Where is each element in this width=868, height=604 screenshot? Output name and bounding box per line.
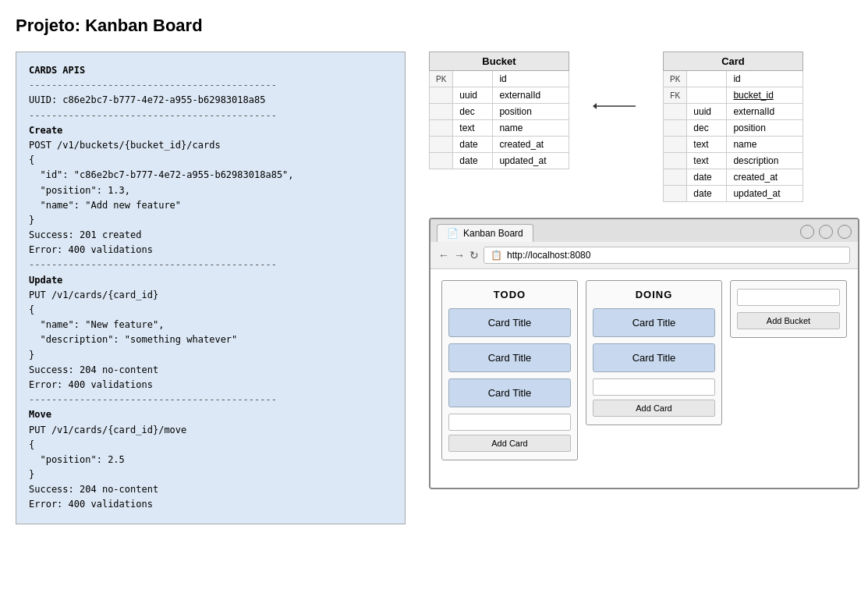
bucket-text-type: text (453, 120, 493, 137)
divider-4: ----------------------------------------… (29, 393, 392, 407)
cards-apis-panel: CARDS APIS -----------------------------… (16, 52, 406, 524)
minimize-icon[interactable] (800, 225, 814, 239)
create-success: Success: 201 created (29, 228, 392, 243)
bucket-externalid-col: externalId (493, 87, 569, 104)
bucket-name-col: name (493, 120, 569, 137)
card-text1-type: text (687, 137, 727, 153)
move-section: Move PUT /v1/cards/{card_id}/move { "pos… (29, 407, 392, 512)
card-date2-key (664, 186, 687, 202)
card-uuid-type: uuid (687, 104, 727, 120)
add-bucket-button[interactable]: Add Bucket (737, 312, 840, 329)
kanban-card[interactable]: Card Title (593, 343, 715, 372)
divider-2: ----------------------------------------… (29, 108, 392, 123)
card-createdat-col: created_at (727, 169, 803, 186)
apis-header: CARDS APIS (29, 63, 392, 78)
doing-card-input[interactable] (593, 378, 715, 396)
move-label: Move (29, 407, 392, 422)
doing-column-title: DOING (593, 289, 715, 300)
right-panel: Bucket PK id uuid externalId (429, 52, 859, 489)
kanban-column-doing: DOING Card Title Card Title Add Card (586, 280, 722, 425)
browser-nav-bar: ← → ↻ 📋 http://localhost:8080 (430, 242, 858, 269)
update-body: { "name": "New feature", "description": … (29, 303, 392, 363)
kanban-board: TODO Card Title Card Title Card Title Ad… (441, 280, 847, 460)
update-success: Success: 204 no-content (29, 363, 392, 378)
url-text: http://localhost:8080 (507, 250, 590, 261)
update-label: Update (29, 273, 392, 288)
bucket-pk-key: PK (430, 71, 453, 87)
relation-arrow (593, 98, 639, 114)
close-icon[interactable] (838, 225, 852, 239)
kanban-card[interactable]: Card Title (448, 378, 571, 407)
browser-mockup: 📄 Kanban Board ← → ↻ 📋 http://localhost:… (429, 218, 859, 489)
bucket-createdat-col: created_at (493, 137, 569, 153)
card-text2-type: text (687, 153, 727, 169)
bucket-uuid-type: uuid (453, 87, 493, 104)
card-text1-key (664, 137, 687, 153)
bucket-table: Bucket PK id uuid externalId (429, 52, 569, 169)
todo-column-title: TODO (448, 289, 571, 300)
table-connector (593, 52, 639, 114)
bucket-uuid-key (430, 87, 453, 104)
back-icon[interactable]: ← (438, 249, 449, 261)
add-bucket-column: Add Bucket (730, 280, 847, 338)
bucket-position-col: position (493, 104, 569, 120)
card-name-col: name (727, 137, 803, 153)
page-icon: 📄 (447, 228, 459, 239)
create-body: { "id": "c86e2bc7-b777-4e72-a955-b629830… (29, 153, 392, 228)
kanban-card[interactable]: Card Title (448, 343, 571, 372)
uuid-line: UUID: c86e2bc7-b777-4e72-a955-b62983018a… (29, 93, 392, 108)
table-row: PK id (430, 71, 569, 87)
create-label: Create (29, 123, 392, 138)
card-table-title: Card (664, 52, 803, 71)
move-body: { "position": 2.5} (29, 438, 392, 483)
table-row: date updated_at (664, 186, 803, 202)
reload-icon[interactable]: ↻ (469, 249, 479, 261)
table-row: date created_at (430, 137, 569, 153)
divider-1: ----------------------------------------… (29, 78, 392, 93)
table-row: dec position (430, 104, 569, 120)
create-route: POST /v1/buckets/{bucket_id}/cards (29, 138, 392, 153)
update-section: Update PUT /v1/cards/{card_id} { "name":… (29, 273, 392, 393)
bucket-dec-key (430, 104, 453, 120)
move-route: PUT /v1/cards/{card_id}/move (29, 423, 392, 438)
table-row: PK id (664, 71, 803, 87)
table-row: FK bucket_id (664, 87, 803, 104)
table-row: dec position (664, 120, 803, 137)
table-row: date updated_at (430, 153, 569, 169)
kanban-column-todo: TODO Card Title Card Title Card Title Ad… (441, 280, 578, 460)
lock-icon: 📋 (491, 250, 502, 261)
card-fk-type (687, 87, 727, 104)
card-text2-key (664, 153, 687, 169)
browser-tab-label: Kanban Board (463, 228, 523, 239)
kanban-card[interactable]: Card Title (448, 308, 571, 337)
add-bucket-input[interactable] (737, 289, 840, 306)
card-date1-key (664, 169, 687, 186)
kanban-card[interactable]: Card Title (593, 308, 715, 337)
bucket-date2-type: date (453, 153, 493, 169)
bucket-date1-type: date (453, 137, 493, 153)
add-card-button-todo[interactable]: Add Card (448, 435, 571, 452)
card-date2-type: date (687, 186, 727, 202)
add-card-button-doing[interactable]: Add Card (593, 400, 715, 417)
bucket-table-title: Bucket (430, 52, 569, 71)
card-description-col: description (727, 153, 803, 169)
todo-card-input[interactable] (448, 414, 571, 431)
bucket-date2-key (430, 153, 453, 169)
table-row: text name (430, 120, 569, 137)
browser-tab-bar: 📄 Kanban Board (430, 219, 858, 242)
bucket-id-col: id (493, 71, 569, 87)
browser-content: TODO Card Title Card Title Card Title Ad… (430, 269, 858, 488)
forward-icon[interactable]: → (454, 249, 465, 261)
card-date1-type: date (687, 169, 727, 186)
bucket-text-key (430, 120, 453, 137)
svg-marker-1 (593, 103, 597, 109)
page-title: Projeto: Kanban Board (16, 16, 852, 36)
browser-window-controls (800, 225, 852, 242)
card-dec-key (664, 120, 687, 137)
bucket-dec-type: dec (453, 104, 493, 120)
divider-3: ----------------------------------------… (29, 258, 392, 272)
maximize-icon[interactable] (819, 225, 833, 239)
card-externalid-col: externalId (727, 104, 803, 120)
url-bar[interactable]: 📋 http://localhost:8080 (484, 247, 850, 264)
browser-tab[interactable]: 📄 Kanban Board (437, 224, 533, 242)
